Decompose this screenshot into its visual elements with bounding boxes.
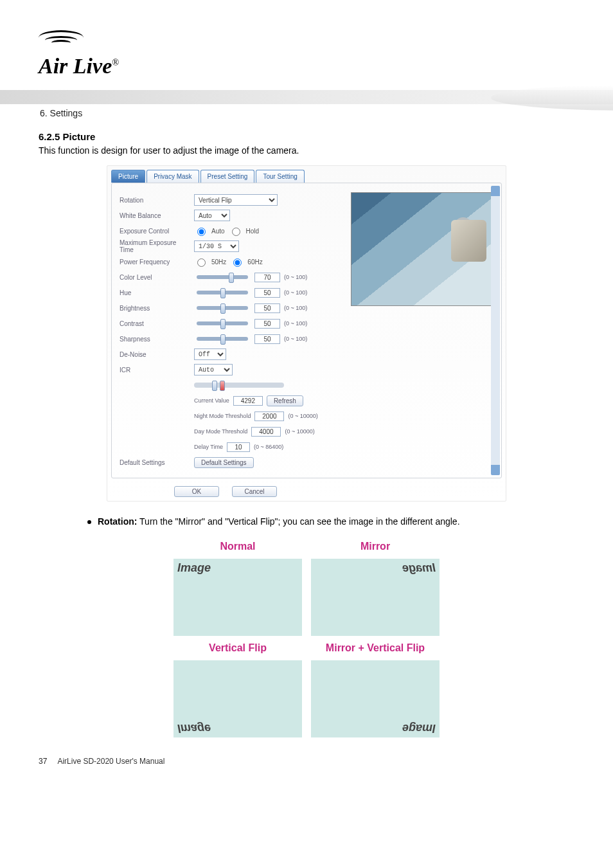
rot-title-normal: Normal	[173, 541, 302, 552]
rotation-label: Rotation	[120, 197, 190, 204]
header-band	[0, 90, 613, 104]
rot-box-mirror: Image	[311, 559, 440, 636]
brand-logo: Air Live®	[39, 32, 574, 78]
rot-word-mvflip: Image	[402, 721, 436, 735]
contrast-input[interactable]	[254, 319, 280, 329]
day-mode-input[interactable]	[251, 427, 281, 437]
brightness-slider[interactable]	[197, 306, 248, 310]
contrast-slider[interactable]	[197, 321, 248, 325]
page-footer: 37 AirLive SD-2020 User's Manual	[39, 757, 574, 766]
icr-gauge-mark1-icon	[212, 381, 217, 391]
white-balance-select[interactable]: Auto	[194, 210, 230, 221]
refresh-button[interactable]: Refresh	[267, 395, 303, 406]
rotation-bullet: Rotation: Turn the "Mirror" and "Vertica…	[87, 516, 574, 528]
max-exposure-select[interactable]: 1/30 S	[194, 240, 239, 252]
sharpness-slider[interactable]	[197, 337, 248, 341]
tab-strip: Picture Privacy Mask Preset Setting Tour…	[107, 166, 506, 183]
settings-screenshot: Picture Privacy Mask Preset Setting Tour…	[107, 165, 506, 502]
rotation-heading: Rotation:	[98, 516, 137, 527]
bullet-icon	[87, 520, 91, 524]
exposure-auto-radio[interactable]	[197, 228, 206, 236]
contrast-range: (0 ~ 100)	[284, 320, 307, 327]
logo-registered: ®	[112, 58, 119, 68]
hue-label: Hue	[120, 289, 190, 296]
rot-box-mvflip: Image	[311, 660, 440, 737]
icr-gauge[interactable]	[194, 383, 284, 388]
hue-slider[interactable]	[197, 291, 248, 294]
tab-preset-setting[interactable]: Preset Setting	[200, 170, 255, 183]
white-balance-label: White Balance	[120, 212, 190, 219]
current-value-label: Current Value	[194, 397, 229, 404]
day-mode-label: Day Mode Threshold	[194, 428, 247, 435]
colorlevel-slider[interactable]	[197, 275, 248, 279]
rot-word-normal: Image	[177, 561, 211, 575]
power-freq-label: Power Frequency	[120, 258, 190, 266]
icr-select[interactable]: Auto	[194, 364, 233, 375]
hue-range: (0 ~ 100)	[284, 289, 307, 296]
rotation-diagram: Normal Mirror Image Image Vertical Flip …	[173, 541, 440, 737]
delay-time-input[interactable]	[227, 442, 250, 452]
rotation-select[interactable]: Vertical Flip	[194, 194, 278, 206]
section-title: 6.2.5 Picture	[39, 131, 574, 142]
rot-title-mirror: Mirror	[311, 541, 440, 552]
contrast-label: Contrast	[120, 320, 190, 327]
rot-box-vflip: Image	[173, 660, 302, 737]
hue-input[interactable]	[254, 288, 280, 298]
exposure-hold-radio[interactable]	[232, 228, 240, 236]
tab-privacy-mask[interactable]: Privacy Mask	[147, 170, 199, 183]
night-mode-range: (0 ~ 10000)	[288, 413, 317, 419]
exposure-control-label: Exposure Control	[120, 228, 190, 235]
freq-50hz-radio[interactable]	[197, 258, 206, 267]
brightness-input[interactable]	[254, 303, 280, 313]
tab-picture[interactable]: Picture	[111, 170, 145, 183]
delay-time-label: Delay Time	[194, 444, 223, 450]
chapter-label: 6. Settings	[40, 108, 573, 118]
logo-text: Air Live	[39, 54, 112, 78]
rot-word-mirror: Image	[402, 561, 436, 575]
ok-button[interactable]: OK	[174, 486, 219, 497]
rot-title-mvflip: Mirror + Vertical Flip	[311, 642, 440, 654]
page-manual-title: AirLive SD-2020 User's Manual	[57, 757, 164, 766]
brightness-range: (0 ~ 100)	[284, 305, 307, 311]
sharpness-input[interactable]	[254, 334, 280, 344]
colorlevel-label: Color Level	[120, 274, 190, 281]
delay-time-range: (0 ~ 86400)	[254, 444, 283, 450]
tab-tour-setting[interactable]: Tour Setting	[256, 170, 304, 183]
exposure-auto-text: Auto	[211, 228, 225, 235]
colorlevel-input[interactable]	[254, 273, 280, 282]
cancel-button[interactable]: Cancel	[232, 486, 277, 497]
night-mode-label: Night Mode Threshold	[194, 413, 251, 419]
defaults-label: Default Settings	[120, 459, 190, 466]
page-number: 37	[39, 757, 47, 766]
max-exposure-label: Maximum Exposure Time	[120, 239, 190, 253]
scrollbar-down-icon[interactable]	[492, 467, 499, 475]
rot-word-vflip: Image	[177, 721, 211, 735]
intro-text: This function is design for user to adju…	[39, 145, 574, 156]
icr-gauge-mark2-icon	[220, 381, 225, 391]
exposure-hold-text: Hold	[246, 228, 260, 235]
rot-box-normal: Image	[173, 559, 302, 636]
scrollbar-up-icon[interactable]	[492, 186, 499, 194]
denoise-label: De-Noise	[120, 351, 190, 358]
sharpness-range: (0 ~ 100)	[284, 336, 307, 342]
freq-60hz-text: 60Hz	[247, 258, 262, 266]
settings-panel: Rotation Vertical Flip White Balance Aut…	[111, 183, 502, 478]
default-settings-button[interactable]: Default Settings	[194, 457, 254, 468]
icr-label: ICR	[120, 366, 190, 374]
sharpness-label: Sharpness	[120, 336, 190, 343]
brightness-label: Brightness	[120, 305, 190, 312]
current-value-input[interactable]	[233, 396, 263, 406]
rot-title-vflip: Vertical Flip	[173, 642, 302, 654]
logo-waves-icon	[39, 30, 84, 45]
camera-preview-image	[351, 192, 493, 306]
page-footer-separator	[49, 757, 51, 766]
denoise-select[interactable]: Off	[194, 348, 226, 360]
day-mode-range: (0 ~ 10000)	[285, 428, 314, 435]
colorlevel-range: (0 ~ 100)	[284, 274, 307, 280]
freq-50hz-text: 50Hz	[211, 258, 226, 266]
freq-60hz-radio[interactable]	[233, 258, 242, 267]
rotation-text: Turn the "Mirror" and "Vertical Flip"; y…	[137, 516, 459, 527]
night-mode-input[interactable]	[254, 411, 284, 421]
